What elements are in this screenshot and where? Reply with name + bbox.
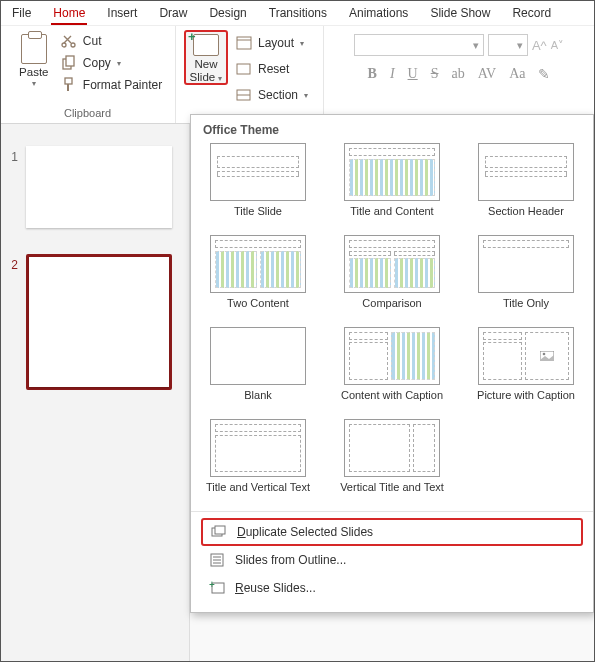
- tab-design[interactable]: Design: [207, 4, 248, 25]
- layout-thumb: [344, 327, 440, 385]
- layout-comparison[interactable]: Comparison: [333, 235, 451, 323]
- decrease-font-button[interactable]: A˅: [551, 39, 564, 52]
- new-slide-dropdown: Office Theme Title Slide Title and Conte…: [190, 114, 594, 613]
- layout-label: Comparison: [362, 297, 421, 323]
- chevron-down-icon: ▾: [300, 39, 304, 48]
- font-family-combo[interactable]: ▾: [354, 34, 484, 56]
- layout-title-and-content[interactable]: Title and Content: [333, 143, 451, 231]
- slide-preview: [29, 257, 169, 387]
- slide-thumbnail[interactable]: 2: [0, 254, 189, 390]
- svg-point-11: [542, 353, 545, 356]
- section-label: Section: [258, 88, 298, 102]
- ribbon-tabs: File Home Insert Draw Design Transitions…: [0, 0, 595, 26]
- layout-label: Title Only: [503, 297, 549, 323]
- format-painter-button[interactable]: Format Painter: [61, 74, 162, 96]
- bold-button[interactable]: B: [368, 66, 377, 83]
- paste-button[interactable]: Paste ▾: [13, 30, 55, 96]
- layout-label: Picture with Caption: [477, 389, 575, 415]
- layout-thumb: [210, 143, 306, 201]
- layout-thumb: [478, 327, 574, 385]
- spacing-button[interactable]: AV: [478, 66, 496, 83]
- change-case-button[interactable]: Aa: [509, 66, 525, 83]
- group-slides: New Slide ▾ Layout ▾ Reset Section ▾: [176, 26, 324, 123]
- tab-insert[interactable]: Insert: [105, 4, 139, 25]
- reset-label: Reset: [258, 62, 289, 76]
- brush-icon: [61, 77, 77, 93]
- tab-home[interactable]: Home: [51, 4, 87, 25]
- layout-label: Two Content: [227, 297, 289, 323]
- ribbon: Paste ▾ Cut Copy ▾ Format Painter C: [0, 26, 595, 124]
- duplicate-selected-slides[interactable]: Duplicate Selected Slides: [201, 518, 583, 546]
- svg-rect-3: [66, 56, 74, 66]
- duplicate-icon: [211, 524, 227, 540]
- copy-label: Copy: [83, 56, 111, 70]
- svg-point-1: [71, 43, 75, 47]
- slide-number: 2: [0, 254, 26, 272]
- tab-transitions[interactable]: Transitions: [267, 4, 329, 25]
- new-slide-button[interactable]: New Slide ▾: [184, 30, 228, 85]
- highlight-button[interactable]: ✎: [538, 66, 550, 83]
- copy-icon: [61, 55, 77, 71]
- group-font: ▾ ▾ A^ A˅ B I U S ab AV Aa ✎: [324, 26, 595, 123]
- svg-rect-13: [215, 526, 225, 534]
- chevron-down-icon: ▾: [304, 91, 308, 100]
- copy-button[interactable]: Copy ▾: [61, 52, 162, 74]
- section-icon: [236, 88, 252, 102]
- increase-font-button[interactable]: A^: [532, 38, 547, 53]
- tab-draw[interactable]: Draw: [157, 4, 189, 25]
- tab-record[interactable]: Record: [510, 4, 553, 25]
- layout-icon: [236, 36, 252, 50]
- chevron-down-icon: ▾: [117, 59, 121, 68]
- layout-picture-with-caption[interactable]: Picture with Caption: [467, 327, 585, 415]
- svg-rect-5: [237, 37, 251, 49]
- layout-blank[interactable]: Blank: [199, 327, 317, 415]
- tab-slide-show[interactable]: Slide Show: [428, 4, 492, 25]
- new-slide-label: New Slide: [190, 58, 218, 83]
- layout-button[interactable]: Layout ▾: [236, 32, 308, 54]
- layout-two-content[interactable]: Two Content: [199, 235, 317, 323]
- picture-icon: [540, 351, 554, 361]
- layout-label: Vertical Title and Text: [340, 481, 444, 507]
- menu-label: Reuse Slides...: [235, 581, 316, 595]
- svg-text:+: +: [209, 581, 215, 590]
- layout-label: Layout: [258, 36, 294, 50]
- underline-button[interactable]: U: [408, 66, 418, 83]
- section-button[interactable]: Section ▾: [236, 84, 308, 106]
- reset-button[interactable]: Reset: [236, 58, 308, 80]
- slides-from-outline[interactable]: Slides from Outline...: [201, 546, 583, 574]
- italic-button[interactable]: I: [390, 66, 395, 83]
- svg-rect-4: [65, 78, 72, 84]
- scissors-icon: [61, 33, 77, 49]
- layout-label: Title and Vertical Text: [206, 481, 310, 507]
- tab-animations[interactable]: Animations: [347, 4, 410, 25]
- slide-thumbnail[interactable]: 1: [0, 146, 189, 228]
- svg-point-0: [62, 43, 66, 47]
- shadow-button[interactable]: ab: [451, 66, 464, 83]
- strikethrough-button[interactable]: S: [431, 66, 439, 83]
- layout-title-slide[interactable]: Title Slide: [199, 143, 317, 231]
- layout-content-with-caption[interactable]: Content with Caption: [333, 327, 451, 415]
- font-size-combo[interactable]: ▾: [488, 34, 528, 56]
- paste-label: Paste: [19, 66, 48, 79]
- layout-title-only[interactable]: Title Only: [467, 235, 585, 323]
- menu-label: Slides from Outline...: [235, 553, 346, 567]
- layout-thumb: [210, 235, 306, 293]
- outline-icon: [209, 552, 225, 568]
- chevron-down-icon: ▾: [32, 79, 36, 88]
- cut-label: Cut: [83, 34, 102, 48]
- cut-button[interactable]: Cut: [61, 30, 162, 52]
- layout-vertical-title-and-text[interactable]: Vertical Title and Text: [333, 419, 451, 507]
- tab-file[interactable]: File: [10, 4, 33, 25]
- group-clipboard: Paste ▾ Cut Copy ▾ Format Painter C: [0, 26, 176, 123]
- reuse-icon: +: [209, 580, 225, 596]
- menu-label: Duplicate Selected Slides: [237, 525, 373, 539]
- layout-label: Title Slide: [234, 205, 282, 231]
- layout-section-header[interactable]: Section Header: [467, 143, 585, 231]
- format-painter-label: Format Painter: [83, 78, 162, 92]
- svg-rect-7: [237, 64, 250, 74]
- layout-title-and-vertical-text[interactable]: Title and Vertical Text: [199, 419, 317, 507]
- reuse-slides[interactable]: + Reuse Slides...: [201, 574, 583, 602]
- layout-label: Section Header: [488, 205, 564, 231]
- slide-thumbnails-pane: 1 2: [0, 124, 190, 662]
- slide-number: 1: [0, 146, 26, 164]
